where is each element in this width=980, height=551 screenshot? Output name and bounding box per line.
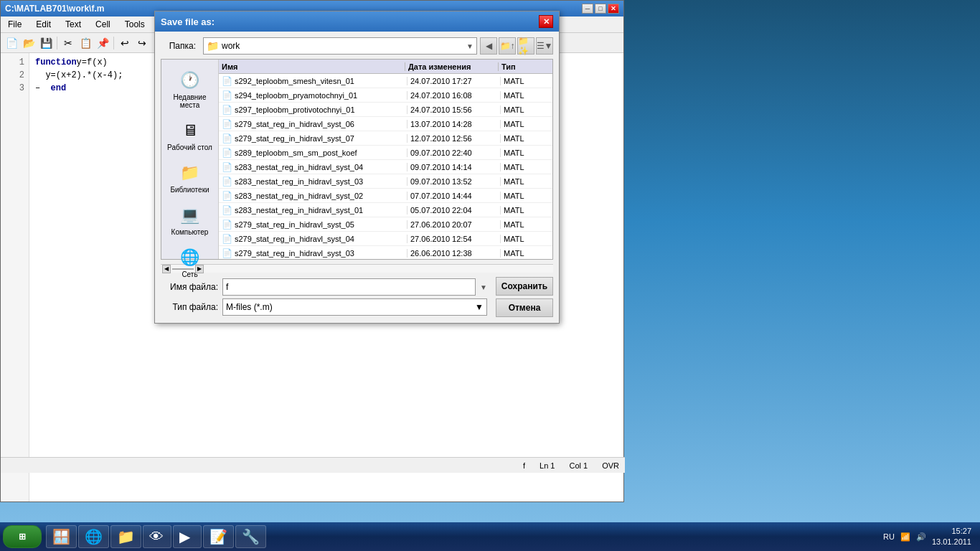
cut-button[interactable]: ✂ (60, 35, 76, 51)
taskbar-app-matlab[interactable]: 🔧 (235, 525, 266, 548)
table-row[interactable]: 📄 s279_stat_reg_in_hidravl_syst_05 27.06… (219, 217, 552, 232)
filename-dropdown-arrow[interactable]: ▼ (480, 283, 487, 291)
taskbar-app-word[interactable]: 📝 (203, 525, 234, 548)
table-row[interactable]: 📄 s283_nestat_reg_in_hidravl_syst_03 09.… (219, 174, 552, 189)
table-row[interactable]: 📄 s294_teploobm_pryamotochnyi_01 24.07.2… (219, 88, 552, 103)
undo-button[interactable]: ↩ (117, 35, 133, 51)
file-icon: 📄 (221, 133, 232, 144)
open-file-button[interactable]: 📂 (21, 35, 37, 51)
menu-edit[interactable]: Edit (32, 18, 55, 31)
file-date: 24.07.2010 15:56 (407, 105, 500, 114)
menu-text[interactable]: Text (61, 18, 85, 31)
table-row[interactable]: 📄 s292_teploobm_smesh_vitesn_01 24.07.20… (219, 74, 552, 88)
minimize-button[interactable]: ─ (582, 4, 593, 14)
copy-button[interactable]: 📋 (77, 35, 93, 51)
file-date: 24.07.2010 16:08 (407, 91, 500, 100)
code-text-1: y=f(x) (77, 56, 108, 69)
dialog-close-button[interactable]: ✕ (539, 15, 553, 28)
file-type: MATL (500, 149, 550, 157)
table-row[interactable]: 📄 s297_teploobm_protivotochnyi_01 24.07.… (219, 103, 552, 117)
sidebar-recent[interactable]: 🕐 Недавние места (165, 65, 215, 113)
file-name: s279_stat_reg_in_hidravl_syst_03 (235, 249, 407, 258)
table-row[interactable]: 📄 s283_nestat_reg_in_hidravl_syst_02 07.… (219, 189, 552, 203)
file-icon: 📄 (221, 147, 232, 159)
sidebar-libraries[interactable]: 📁 Библиотеки (165, 158, 215, 197)
line-num-3: 3 (1, 82, 29, 95)
paste-button[interactable]: 📌 (95, 35, 110, 51)
table-row[interactable]: 📄 s279_stat_reg_in_hidravl_syst_04 27.06… (219, 232, 552, 246)
folder-combo[interactable]: 📁 work ▼ (203, 37, 477, 55)
menu-tools[interactable]: Tools (121, 18, 149, 31)
cancel-button[interactable]: Отмена (496, 298, 553, 317)
line-numbers: 1 2 3 (1, 53, 29, 501)
file-type: MATL (500, 249, 550, 258)
matlab-title: C:\MATLAB701\work\f.m (5, 4, 104, 14)
file-type: MATL (500, 134, 550, 143)
dialog-action-buttons: Сохранить Отмена (496, 277, 553, 317)
close-button[interactable]: ✕ (608, 4, 619, 14)
file-name: s297_teploobm_protivotochnyi_01 (235, 105, 407, 114)
file-type: MATL (500, 105, 550, 114)
sidebar-computer-label: Компьютер (171, 228, 209, 236)
file-type: MATL (500, 177, 550, 186)
nav-up-button[interactable]: 📁↑ (499, 37, 516, 55)
file-date: 09.07.2010 22:40 (407, 149, 500, 157)
filename-label: Имя файла: (161, 282, 218, 292)
nav-back-button[interactable]: ◀ (480, 37, 497, 55)
libraries-icon: 📁 (179, 161, 202, 184)
sidebar-libraries-label: Библиотеки (170, 186, 209, 194)
sidebar-desktop[interactable]: 🖥 Рабочий стол (165, 116, 215, 155)
file-type: MATL (500, 163, 550, 171)
scroll-thumb[interactable] (172, 268, 194, 270)
file-type: MATL (500, 120, 550, 128)
taskbar-app-explorer[interactable]: 📁 (110, 525, 141, 548)
folder-value: work (222, 41, 240, 51)
redo-button[interactable]: ↪ (134, 35, 150, 51)
filename-input[interactable] (222, 278, 476, 296)
taskbar-app-windows[interactable]: 🪟 (46, 525, 77, 548)
nav-view-button[interactable]: ☰▼ (536, 37, 553, 55)
scroll-right-arrow[interactable]: ▶ (195, 265, 204, 273)
start-button[interactable]: ⊞ (3, 525, 42, 548)
taskbar-app-eye[interactable]: 👁 (143, 525, 171, 548)
taskbar: ⊞ 🪟 🌐 📁 👁 ▶ 📝 🔧 RU 📶 🔊 15:27 13.01.2011 (0, 522, 980, 551)
table-row[interactable]: 📄 s279_stat_reg_in_hidravl_syst_06 13.07… (219, 117, 552, 131)
filetype-label: Тип файла: (161, 302, 218, 312)
file-date: 24.07.2010 17:27 (407, 77, 500, 85)
taskbar-app-ie[interactable]: 🌐 (78, 525, 109, 548)
taskbar-app-media[interactable]: ▶ (173, 525, 202, 548)
filetype-combo[interactable]: M-files (*.m) ▼ (222, 298, 487, 316)
save-dialog: Save file as: ✕ Папка: 📁 work ▼ ◀ 📁↑ 📁✨ … (154, 11, 560, 324)
table-row[interactable]: 📄 s279_stat_reg_in_hidravl_syst_03 26.06… (219, 246, 552, 259)
scroll-left-arrow[interactable]: ◀ (162, 265, 171, 273)
menu-cell[interactable]: Cell (91, 18, 115, 31)
nav-new-folder-button[interactable]: 📁✨ (517, 37, 534, 55)
file-date: 27.06.2010 20:07 (407, 220, 500, 229)
sidebar-computer[interactable]: 💻 Компьютер (165, 200, 215, 240)
new-file-button[interactable]: 📄 (4, 35, 19, 51)
file-name: s279_stat_reg_in_hidravl_syst_04 (235, 235, 407, 243)
save-button[interactable]: Сохранить (496, 277, 553, 296)
file-name: s292_teploobm_smesh_vitesn_01 (235, 77, 407, 85)
time-display: 15:27 13.01.2011 (932, 526, 971, 548)
file-list[interactable]: Имя Дата изменения Тип 📄 s292_teploobm_s… (219, 60, 552, 259)
file-icon: 📄 (221, 75, 232, 87)
dialog-sidebar: 🕐 Недавние места 🖥 Рабочий стол 📁 Библио… (161, 60, 219, 259)
save-file-button[interactable]: 💾 (38, 35, 54, 51)
maximize-button[interactable]: □ (595, 4, 606, 14)
file-icon: 📄 (221, 90, 232, 101)
table-row[interactable]: 📄 s283_nestat_reg_in_hidravl_syst_01 05.… (219, 203, 552, 217)
horizontal-scrollbar[interactable]: ◀ ▶ (161, 264, 553, 273)
sidebar-network[interactable]: 🌐 Сеть (165, 242, 215, 282)
filelist-header: Имя Дата изменения Тип (219, 60, 552, 74)
lang-indicator: RU (883, 532, 895, 541)
windows-icon: ⊞ (19, 532, 26, 542)
status-file: f (523, 461, 525, 470)
menu-file[interactable]: File (4, 18, 26, 31)
table-row[interactable]: 📄 s279_stat_reg_in_hidravl_syst_07 12.07… (219, 131, 552, 146)
table-row[interactable]: 📄 s283_nestat_reg_in_hidravl_syst_04 09.… (219, 160, 552, 174)
col-date-header: Дата изменения (405, 62, 499, 71)
table-row[interactable]: 📄 s289_teploobm_sm_sm_post_koef 09.07.20… (219, 146, 552, 160)
file-rows: 📄 s292_teploobm_smesh_vitesn_01 24.07.20… (219, 74, 552, 259)
recent-icon: 🕐 (179, 69, 202, 92)
